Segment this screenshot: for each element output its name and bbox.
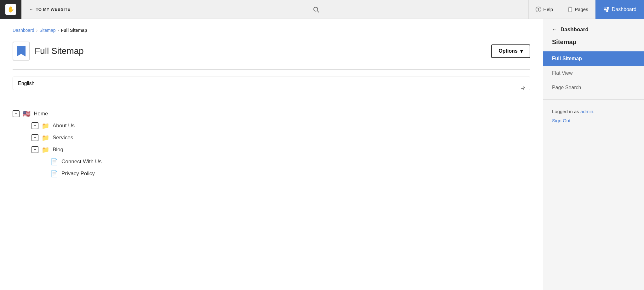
dashboard-nav-label: Dashboard [612, 7, 636, 12]
help-icon: ? [536, 7, 541, 12]
sidebar-full-sitemap-label: Full Sitemap [552, 56, 582, 61]
sidebar-footer: Logged in as admin. Sign Out. [543, 104, 644, 128]
search-icon [313, 6, 319, 13]
svg-point-10 [604, 9, 606, 10]
sidebar-item-flat-view[interactable]: Flat View [543, 66, 644, 80]
options-label: Options [499, 48, 518, 54]
tree-connect-label: Connect With Us [61, 159, 102, 165]
tree-item-blog[interactable]: + 📁 Blog [32, 144, 530, 156]
sidebar-back-arrow-icon: ← [552, 26, 557, 33]
pages-icon [567, 7, 573, 12]
sidebar-item-page-search[interactable]: Page Search [543, 80, 644, 95]
nav-right: ? Help Pages Dashboard [529, 0, 644, 19]
tree-blog-label: Blog [53, 147, 63, 153]
options-chevron-icon: ▾ [520, 48, 523, 54]
search-area[interactable] [103, 0, 529, 19]
sidebar-flat-view-label: Flat View [552, 70, 573, 76]
svg-rect-5 [569, 8, 572, 12]
to-my-website-label: TO MY WEBSITE [36, 7, 71, 12]
breadcrumb-sitemap[interactable]: Sitemap [39, 28, 55, 33]
breadcrumb: Dashboard › Sitemap › Full Sitemap [13, 28, 530, 33]
back-arrow-icon: ← [29, 7, 33, 12]
help-label: Help [543, 7, 553, 12]
header-divider [13, 69, 530, 70]
sidebar-divider [543, 99, 644, 100]
tree-collapse-home[interactable]: − [13, 110, 20, 117]
tree-about-us-label: About Us [53, 123, 75, 129]
sidebar-section-title: Sitemap [543, 38, 644, 51]
sidebar-back-button[interactable]: ← Dashboard [543, 26, 644, 38]
about-us-folder-icon: 📁 [42, 122, 49, 130]
sidebar: ← Dashboard Sitemap Full Sitemap Flat Vi… [543, 19, 644, 290]
tree-item-about-us[interactable]: + 📁 About Us [32, 120, 530, 132]
breadcrumb-sep-2: › [58, 28, 59, 33]
tree-home-label: Home [34, 111, 48, 117]
logo-icon: ✋ [5, 4, 16, 15]
svg-point-11 [607, 10, 608, 12]
help-button[interactable]: ? Help [529, 0, 560, 19]
admin-link[interactable]: admin [580, 109, 593, 114]
language-select-wrap: English French Spanish ∨ [13, 77, 530, 99]
blog-folder-icon: 📁 [42, 146, 49, 154]
content-area: Dashboard › Sitemap › Full Sitemap Full … [0, 19, 543, 290]
services-folder-icon: 📁 [42, 134, 49, 142]
tree-services-label: Services [53, 135, 73, 141]
svg-point-9 [607, 7, 608, 9]
dashboard-nav-button[interactable]: Dashboard [595, 0, 644, 19]
top-nav: ✋ ← TO MY WEBSITE ? Help Pages [0, 0, 644, 19]
sitemap-tree: − 🇺🇸 Home + 📁 About Us + 📁 Services + 📁 … [13, 108, 530, 180]
dashboard-icon [603, 6, 609, 13]
svg-text:?: ? [538, 7, 539, 11]
svg-point-0 [313, 7, 318, 11]
connect-page-icon: 📄 [50, 158, 58, 165]
sidebar-back-label: Dashboard [561, 26, 589, 33]
language-select[interactable]: English French Spanish [13, 77, 530, 90]
tree-item-privacy[interactable]: 📄 Privacy Policy [50, 168, 530, 180]
page-header: Full Sitemap Options ▾ [13, 42, 530, 61]
tree-expand-services[interactable]: + [32, 134, 38, 141]
page-title-group: Full Sitemap [13, 42, 84, 61]
sign-out-link[interactable]: Sign Out. [552, 118, 572, 123]
logged-in-text: Logged in as [552, 109, 579, 114]
options-button[interactable]: Options ▾ [491, 44, 530, 58]
svg-line-1 [317, 11, 319, 12]
tree-expand-about-us[interactable]: + [32, 122, 38, 129]
main-layout: Dashboard › Sitemap › Full Sitemap Full … [0, 19, 644, 290]
sidebar-page-search-label: Page Search [552, 85, 581, 90]
pages-button[interactable]: Pages [560, 0, 595, 19]
privacy-page-icon: 📄 [50, 170, 58, 177]
to-my-website-button[interactable]: ← TO MY WEBSITE [21, 0, 103, 19]
page-title: Full Sitemap [35, 46, 84, 56]
pages-label: Pages [575, 7, 588, 12]
bookmark-icon [13, 42, 30, 61]
home-flag-icon: 🇺🇸 [23, 110, 31, 118]
logo-button[interactable]: ✋ [0, 0, 21, 19]
tree-expand-blog[interactable]: + [32, 146, 38, 153]
sidebar-item-full-sitemap[interactable]: Full Sitemap [543, 51, 644, 66]
tree-privacy-label: Privacy Policy [61, 171, 95, 177]
tree-item-connect[interactable]: 📄 Connect With Us [50, 156, 530, 168]
breadcrumb-current: Full Sitemap [61, 28, 87, 33]
tree-item-services[interactable]: + 📁 Services [32, 132, 530, 144]
breadcrumb-sep-1: › [36, 28, 38, 33]
breadcrumb-dashboard[interactable]: Dashboard [13, 28, 34, 33]
tree-item-home[interactable]: − 🇺🇸 Home [13, 108, 530, 120]
